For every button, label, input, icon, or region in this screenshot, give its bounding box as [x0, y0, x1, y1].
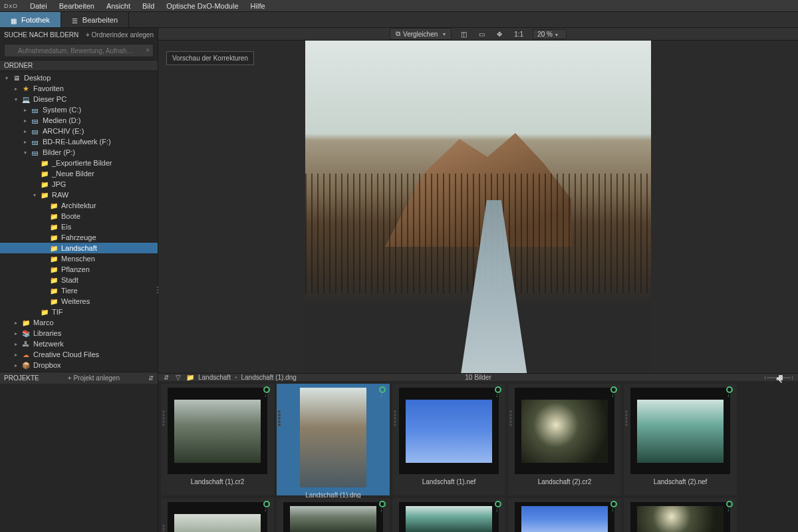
tree-item-landschaft[interactable]: Landschaft [0, 243, 158, 253]
export-badge-icon [726, 501, 733, 507]
rating-dots[interactable] [394, 410, 396, 426]
menu-image[interactable]: Bild [142, 2, 154, 10]
tree-item-tiere[interactable]: Tiere [0, 285, 158, 296]
tree-label: _Neue Bilder [52, 170, 94, 178]
thumb-caption: Landschaft (2).nef [654, 478, 708, 485]
menu-modules[interactable]: Optische DxO-Module [166, 2, 238, 10]
thumbnail-landschaft-1-cr2[interactable]: Landschaft (1).cr2 [161, 384, 274, 495]
rating-dots[interactable] [625, 410, 628, 426]
add-project[interactable]: + Projekt anlegen [68, 374, 120, 382]
thumbnail-partial[interactable] [624, 498, 737, 532]
tree-item-pflanzen[interactable]: Pflanzen [0, 264, 158, 275]
tab-bearbeiten[interactable]: Bearbeiten [61, 12, 129, 27]
tree-label: Marco [33, 319, 54, 327]
tree-item-architektur[interactable]: Architektur [0, 200, 158, 211]
tree-item-weiteres[interactable]: Weiteres [0, 296, 158, 307]
split-view-button[interactable] [458, 28, 469, 40]
expand-arrow-icon[interactable]: ▸ [13, 86, 19, 92]
project-sort-icon[interactable]: ⇵ [148, 374, 154, 382]
thumbnail-partial[interactable] [392, 498, 505, 532]
tree-label: Stadt [61, 276, 78, 284]
thumbnail-grid[interactable]: Landschaft (1).cr2Landschaft (1).dngLand… [158, 381, 798, 532]
tree-item-libraries[interactable]: ▸Libraries [0, 328, 158, 338]
tree-item-bd-re-laufwerk-f-[interactable]: ▸BD-RE-Laufwerk (F:) [0, 136, 158, 147]
menu-edit[interactable]: Bearbeiten [59, 2, 94, 10]
star-icon [21, 84, 31, 93]
tab-fotothek[interactable]: Fotothek [0, 12, 61, 27]
image-viewer[interactable]: Vorschau der Korrekturen [158, 41, 798, 373]
rating-dots[interactable] [509, 410, 512, 426]
rating-dots[interactable] [278, 410, 281, 426]
thumbnail-partial[interactable] [508, 498, 621, 532]
tree-item-fahrzeuge[interactable]: Fahrzeuge [0, 232, 158, 243]
tree-item-medien-d-[interactable]: ▸Medien (D:) [0, 115, 158, 126]
tree-label: RAW [52, 191, 68, 199]
expand-arrow-icon[interactable]: ▾ [32, 192, 37, 198]
drive-icon [31, 148, 40, 156]
tree-item-dropbox[interactable]: ▸Dropbox [0, 360, 158, 370]
thumbnail-landschaft-3-c[interactable]: Landschaft (3).c [161, 498, 274, 532]
breadcrumb-folder[interactable]: Landschaft [198, 374, 231, 381]
tree-item-raw[interactable]: ▾RAW [0, 190, 158, 200]
tree-item-stadt[interactable]: Stadt [0, 275, 158, 285]
tree-item--neue-bilder[interactable]: _Neue Bilder [0, 168, 158, 179]
rating-dots[interactable] [162, 410, 165, 426]
filter-button[interactable] [176, 374, 181, 381]
clear-search-icon[interactable]: × [146, 47, 150, 54]
expand-arrow-icon[interactable]: ▸ [13, 341, 19, 347]
viewer-toolbar: Vergleichen 1:1 20 % [158, 28, 798, 41]
rating-dots[interactable] [162, 525, 165, 532]
thumb-zoom-slider[interactable]: ↖ [765, 376, 793, 380]
expand-arrow-icon[interactable]: ▸ [23, 139, 28, 145]
expand-arrow-icon[interactable]: ▸ [13, 352, 19, 358]
tree-item-favoriten[interactable]: ▸Favoriten [0, 83, 158, 94]
tree-label: TIF [52, 308, 63, 316]
expand-arrow-icon[interactable]: ▸ [23, 118, 28, 124]
folder-icon [40, 308, 49, 316]
tree-item-tif[interactable]: TIF [0, 307, 158, 317]
tree-item-system-c-[interactable]: ▸System (C:) [0, 104, 158, 115]
projects-header: PROJEKTE [4, 374, 39, 382]
split-icon [461, 31, 467, 38]
tree-item-boote[interactable]: Boote [0, 211, 158, 221]
move-button[interactable] [494, 28, 505, 40]
search-input[interactable] [4, 44, 154, 57]
tree-item-netzwerk[interactable]: ▸Netzwerk [0, 338, 158, 349]
thumbnail-landschaft-1-dng[interactable]: Landschaft (1).dng [277, 384, 390, 495]
tree-label: JPG [52, 180, 66, 188]
tree-item-creative-cloud-files[interactable]: ▸Creative Cloud Files [0, 349, 158, 360]
tree-item-menschen[interactable]: Menschen [0, 253, 158, 264]
net-icon [21, 340, 31, 348]
tree-item-eis[interactable]: Eis [0, 221, 158, 232]
tree-item-bilder-p-[interactable]: ▾Bilder (P:) [0, 147, 158, 158]
thumbnail-landschaft-2-cr2[interactable]: Landschaft (2).cr2 [508, 384, 621, 495]
zoom-1to1-button[interactable]: 1:1 [511, 28, 526, 40]
thumbnail-partial[interactable] [277, 498, 390, 532]
menu-view[interactable]: Ansicht [106, 2, 130, 10]
expand-arrow-icon[interactable]: ▸ [13, 331, 19, 336]
compare-dropdown[interactable]: Vergleichen [390, 28, 452, 40]
tree-item-dieser-pc[interactable]: ▾Dieser PC [0, 94, 158, 104]
crop-button[interactable] [476, 28, 487, 40]
thumbnail-landschaft-2-nef[interactable]: Landschaft (2).nef [624, 384, 737, 495]
menu-help[interactable]: Hilfe [251, 2, 265, 10]
sort-button[interactable] [164, 374, 170, 381]
expand-arrow-icon[interactable]: ▾ [23, 150, 28, 156]
expand-arrow-icon[interactable]: ▸ [13, 362, 19, 368]
expand-arrow-icon[interactable]: ▸ [23, 128, 28, 134]
expand-arrow-icon[interactable]: ▾ [4, 75, 9, 81]
expand-arrow-icon[interactable]: ▸ [23, 107, 28, 113]
add-folder-index[interactable]: + Ordnerindex anlegen [86, 31, 154, 39]
tree-item-desktop[interactable]: ▾Desktop [0, 72, 158, 83]
expand-arrow-icon[interactable]: ▸ [13, 320, 19, 326]
expand-arrow-icon[interactable]: ▾ [13, 96, 19, 102]
zoom-dropdown[interactable]: 20 % [533, 29, 567, 39]
tree-item--exportierte-bilder[interactable]: _Exportierte Bilder [0, 158, 158, 168]
menu-file[interactable]: Datei [30, 2, 47, 10]
tree-item-marco[interactable]: ▸Marco [0, 317, 158, 328]
tree-item-archiv-e-[interactable]: ▸ARCHIV (E:) [0, 126, 158, 136]
thumbnail-landschaft-1-nef[interactable]: Landschaft (1).nef [392, 384, 505, 495]
projects-header-row: PROJEKTE + Projekt anlegen ⇵ [0, 372, 158, 384]
tree-item-jpg[interactable]: JPG [0, 179, 158, 190]
workspace-tabs: Fotothek Bearbeiten [0, 12, 798, 28]
